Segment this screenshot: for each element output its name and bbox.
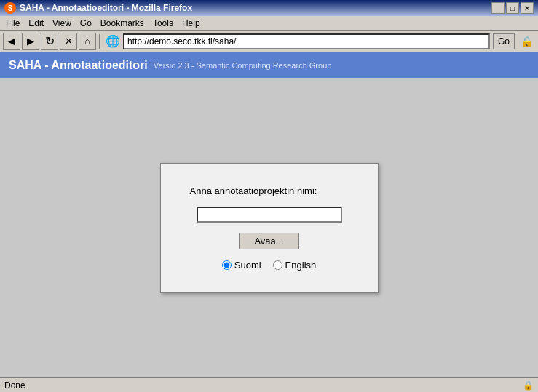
status-bar: Done 🔒 (0, 377, 538, 392)
project-name-input[interactable] (197, 207, 342, 223)
open-button[interactable]: Avaa... (239, 233, 298, 249)
menu-file[interactable]: File (1, 17, 24, 30)
minimize-button[interactable]: _ (491, 2, 505, 14)
language-selection: Suomi English (222, 260, 317, 271)
language-english-label[interactable]: English (273, 260, 317, 271)
project-name-label: Anna annotaatioprojektin nimi: (190, 185, 317, 196)
back-button[interactable]: ◀ (3, 33, 20, 50)
address-globe-icon: 🌐 (106, 34, 120, 48)
reload-icon: ↻ (45, 34, 55, 48)
stop-button[interactable]: ✕ (60, 33, 77, 50)
browser-icon: S (4, 2, 16, 14)
close-button[interactable]: ✕ (521, 2, 534, 14)
home-button[interactable]: ⌂ (79, 33, 96, 50)
go-button[interactable]: Go (493, 33, 515, 49)
menu-help[interactable]: Help (178, 17, 205, 30)
status-text: Done (4, 380, 522, 391)
title-bar-left: S SAHA - Annotaatioeditori - Mozilla Fir… (4, 2, 192, 14)
address-bar: 🌐 Go 🔒 (106, 33, 535, 50)
language-suomi-radio[interactable] (222, 260, 232, 270)
window-title: SAHA - Annotaatioeditori - Mozilla Firef… (20, 3, 192, 13)
title-bar-buttons: _ □ ✕ (491, 2, 534, 14)
forward-icon: ▶ (27, 36, 34, 47)
language-english-text: English (285, 260, 317, 271)
stop-icon: ✕ (65, 36, 73, 47)
menu-bar: File Edit View Go Bookmarks Tools Help (0, 16, 538, 31)
address-input[interactable] (123, 33, 490, 49)
app-version: Versio 2.3 - Semantic Computing Research… (154, 61, 332, 70)
language-suomi-label[interactable]: Suomi (222, 260, 261, 271)
title-bar: S SAHA - Annotaatioeditori - Mozilla Fir… (0, 0, 538, 16)
app-header: SAHA - Annotaatioeditori Versio 2.3 - Se… (0, 52, 538, 78)
dialog-box: Anna annotaatioprojektin nimi: Avaa... S… (160, 163, 379, 293)
reload-button[interactable]: ↻ (41, 33, 58, 50)
status-security-icon: 🔒 (522, 380, 534, 391)
language-suomi-text: Suomi (234, 260, 261, 271)
menu-go[interactable]: Go (76, 17, 96, 30)
forward-button[interactable]: ▶ (22, 33, 39, 50)
maximize-button[interactable]: □ (506, 2, 519, 14)
security-icon: 🔒 (518, 33, 535, 50)
toolbar-separator (99, 34, 100, 49)
toolbar: ◀ ▶ ↻ ✕ ⌂ 🌐 Go 🔒 (0, 31, 538, 52)
main-content: Anna annotaatioprojektin nimi: Avaa... S… (0, 78, 538, 377)
back-icon: ◀ (8, 36, 15, 47)
menu-bookmarks[interactable]: Bookmarks (96, 17, 149, 30)
menu-view[interactable]: View (48, 17, 76, 30)
app-title: SAHA - Annotaatioeditori (9, 59, 148, 72)
menu-tools[interactable]: Tools (149, 17, 178, 30)
go-label: Go (498, 36, 510, 47)
home-icon: ⌂ (84, 36, 90, 47)
menu-edit[interactable]: Edit (24, 17, 48, 30)
language-english-radio[interactable] (273, 260, 282, 270)
